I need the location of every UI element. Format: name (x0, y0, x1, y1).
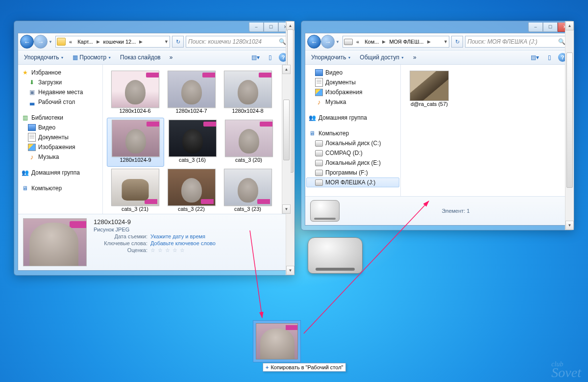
search-icon: 🔍 (279, 38, 286, 45)
file-item[interactable]: cats_3 (22) (163, 167, 220, 214)
nav-drive-j-selected[interactable]: МОЯ ФЛЕШКА (J:) (306, 178, 399, 187)
back-button[interactable]: ← (20, 35, 34, 49)
nav-downloads[interactable]: ⬇Загрузки (19, 77, 101, 87)
scroll-down-icon[interactable]: ▼ (282, 204, 291, 214)
computer-group[interactable]: 🖥Компьютер (19, 183, 101, 193)
desktop-drive-icon[interactable] (308, 237, 363, 274)
chevron-icon: ▶ (97, 39, 100, 44)
file-item[interactable]: cats_3 (20) (220, 118, 277, 167)
nav-music[interactable]: ♪Музыка (19, 152, 101, 162)
content-scrollbar[interactable]: ▲ ▼ (282, 65, 291, 214)
meta-value[interactable]: Укажите дату и время (150, 233, 205, 239)
thumbnail (111, 71, 159, 108)
libraries-group[interactable]: ▥Библиотеки (19, 113, 101, 123)
favorites-group[interactable]: ★Избранное (19, 68, 101, 77)
homegroup[interactable]: 👥Домашняя группа (306, 113, 399, 123)
history-dropdown[interactable]: ▼ (48, 40, 53, 44)
history-dropdown[interactable]: ▼ (335, 40, 341, 44)
nav-drive-f[interactable]: Программы (F:) (306, 168, 399, 178)
refresh-button[interactable]: ↻ (451, 36, 463, 48)
file-item[interactable]: 1280x1024-7 (163, 69, 220, 118)
status-bar: Элемент: 1 (305, 196, 570, 225)
file-label: cats_3 (21) (122, 206, 148, 212)
dropdown-icon[interactable]: ▼ (443, 39, 448, 44)
file-item[interactable]: cats_3 (21) (107, 167, 163, 214)
file-item[interactable]: d@ra_cats (57) (405, 69, 454, 111)
picture-icon (315, 89, 323, 96)
preview-pane-button[interactable]: ▯ (543, 52, 555, 63)
breadcrumb-seg[interactable]: кошечки 12... (101, 38, 138, 46)
organize-button[interactable]: Упорядочить▼ (308, 52, 354, 62)
nav-drive-c[interactable]: Локальный диск (C:) (306, 138, 399, 148)
search-input[interactable]: Поиск: МОЯ ФЛЕШКА (J:) 🔍 (465, 36, 568, 48)
file-item[interactable]: cats_3 (23) (220, 167, 276, 214)
nav-videos[interactable]: Видео (19, 123, 101, 132)
document-icon (28, 133, 36, 142)
minimize-button[interactable]: – (249, 23, 264, 32)
nav-documents[interactable]: Документы (306, 77, 399, 87)
toolbar-more[interactable]: » (410, 52, 419, 62)
preview-pane-button[interactable]: ▯ (264, 52, 276, 63)
file-label: d@ra_cats (57) (411, 101, 448, 107)
nav-pictures[interactable]: Изображения (19, 142, 101, 152)
file-list[interactable]: 1280x1024-6 1280x1024-7 1280x1024-8 1280… (103, 65, 291, 214)
file-item-selected[interactable]: 1280x1024-9 (107, 118, 164, 167)
view-button[interactable]: ▤▾ (529, 52, 540, 63)
breadcrumb-prefix[interactable]: « (354, 38, 361, 46)
video-icon (28, 124, 36, 131)
drive-icon (344, 39, 353, 45)
nav-desktop[interactable]: ▃Рабочий стол (19, 97, 101, 107)
nav-documents[interactable]: Документы (19, 132, 101, 142)
titlebar[interactable]: – ☐ ✕ (305, 23, 572, 31)
homegroup[interactable]: 👥Домашняя группа (19, 168, 101, 178)
maximize-button[interactable]: ☐ (543, 23, 558, 32)
computer-group[interactable]: 🖥Компьютер (306, 128, 399, 138)
toolbar: Упорядочить▼ ▦Просмотр▼ Показ слайдов » … (18, 50, 291, 65)
nav-drive-d[interactable]: COMPAQ (D:) (306, 148, 399, 158)
meta-value[interactable]: Добавьте ключевое слово (150, 240, 216, 246)
minimize-button[interactable]: – (528, 23, 543, 32)
dropdown-icon[interactable]: ▼ (164, 39, 169, 44)
view-button[interactable]: ▤▾ (249, 52, 261, 63)
share-button[interactable]: Общий доступ▼ (357, 52, 407, 62)
thumbnail (224, 169, 272, 206)
breadcrumb-seg[interactable]: МОЯ ФЛЕШ... (387, 38, 425, 46)
nav-pictures[interactable]: Изображения (306, 87, 399, 97)
scroll-thumb[interactable] (283, 100, 290, 160)
titlebar[interactable]: – ☐ ✕ (18, 23, 293, 31)
nav-recent[interactable]: ▣Недавние места (19, 87, 101, 97)
address-bar[interactable]: « Ком... ▶ МОЯ ФЛЕШ... ▶ ▼ (343, 36, 449, 48)
search-input[interactable]: Поиск: кошечки 1280x1024 🔍 (186, 36, 289, 48)
organize-button[interactable]: Упорядочить▼ (21, 52, 67, 62)
computer-icon: 🖥 (21, 184, 29, 192)
breadcrumb-prefix[interactable]: « (67, 38, 74, 46)
nav-music[interactable]: ♪Музыка (306, 97, 399, 107)
breadcrumb-seg[interactable]: Карт... (75, 38, 95, 46)
file-item[interactable]: 1280x1024-6 (107, 69, 163, 118)
file-label: cats_3 (23) (234, 206, 261, 212)
navigation-pane: ★Избранное ⬇Загрузки ▣Недавние места ▃Ра… (18, 65, 103, 214)
file-label: cats_3 (20) (235, 157, 262, 163)
drive-icon (315, 179, 323, 186)
toolbar-more[interactable]: » (167, 52, 176, 62)
slideshow-button[interactable]: Показ слайдов (117, 52, 164, 62)
address-bar[interactable]: « Карт... ▶ кошечки 12... ▶ ▼ (55, 36, 170, 48)
maximize-button[interactable]: ☐ (264, 23, 278, 32)
forward-button[interactable]: → (34, 35, 48, 49)
file-item[interactable]: 1280x1024-8 (220, 69, 276, 118)
file-item[interactable]: cats_3 (16) (164, 118, 220, 167)
rating-stars[interactable]: ☆ ☆ ☆ ☆ ☆ (150, 247, 185, 254)
preview-button[interactable]: ▦Просмотр▼ (70, 52, 114, 62)
details-filetype: Рисунок JPEG (94, 227, 216, 232)
meta-label: Ключевые слова: (94, 240, 147, 246)
nav-drive-e[interactable]: Локальный диск (E:) (306, 158, 399, 168)
refresh-button[interactable]: ↻ (172, 36, 184, 48)
music-icon: ♪ (28, 153, 36, 161)
forward-button[interactable]: → (321, 35, 335, 49)
file-label: cats_3 (22) (178, 206, 205, 212)
file-list[interactable]: d@ra_cats (57) (401, 65, 570, 196)
back-button[interactable]: ← (307, 35, 321, 49)
breadcrumb-seg[interactable]: Ком... (363, 38, 381, 46)
download-icon: ⬇ (28, 78, 36, 86)
nav-videos[interactable]: Видео (306, 68, 399, 77)
